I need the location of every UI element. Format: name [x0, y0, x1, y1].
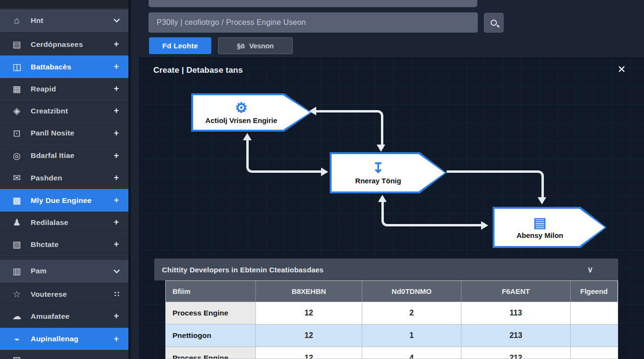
- plus-icon[interactable]: +: [114, 128, 119, 138]
- data-table: Bfiim B8XEHBN Nd0TDNMO F6AENT Flgeend Pr…: [165, 280, 618, 359]
- sidebar-item-creatzibnt[interactable]: ◈ Creatzibnt +: [0, 100, 128, 122]
- glyph-icon: §ö: [237, 42, 245, 50]
- sidebar-item-label: Redilalase: [31, 218, 114, 227]
- pin-icon: ◎: [11, 150, 23, 161]
- sidebar-item-cerdopnasees[interactable]: ▤ Cerdópnasees +: [0, 34, 128, 56]
- sidebar-item-label: Creatzibnt: [31, 107, 114, 115]
- sidebar-top-strip: [0, 0, 128, 8]
- flow-node-actiolj[interactable]: ⚙ Actiolj Vrisen Engirie: [191, 93, 312, 132]
- arrowhead-down-icon: [538, 197, 546, 204]
- plus-icon[interactable]: +: [114, 311, 119, 321]
- cell-name: Process Engine: [166, 347, 256, 359]
- table-row-partial[interactable]: Process Engine 12 4 212: [166, 347, 618, 359]
- flow-node-rneray[interactable]: ↧ Rneray Tönig: [330, 152, 447, 193]
- plus-icon[interactable]: +: [114, 173, 119, 183]
- vesnon-button[interactable]: §ö Vesnon: [218, 37, 293, 54]
- sidebar-item-redilalase[interactable]: ♟ Redilalase +: [0, 212, 128, 234]
- cell-value: 12: [256, 347, 362, 359]
- chevron-down-icon: [114, 16, 120, 22]
- arrowhead-up-icon: [378, 195, 387, 202]
- plus-icon[interactable]: +: [114, 239, 119, 249]
- sidebar-item-label: Reapid: [31, 85, 114, 93]
- sidebar-item-label: Pashden: [31, 174, 114, 182]
- plus-icon[interactable]: +: [114, 84, 119, 94]
- mail-icon: ✉: [11, 172, 23, 183]
- sidebar-item-vouterese[interactable]: ☆ Vouterese ∷: [0, 283, 128, 305]
- search-input[interactable]: P30lly | ceofiotrgo / Process Engine Use…: [149, 12, 478, 33]
- sidebar-item-partial[interactable]: ▨: [0, 353, 128, 359]
- plus-icon[interactable]: +: [114, 39, 119, 49]
- fd-leohte-button[interactable]: Fd Leohte: [149, 37, 211, 54]
- vesnon-button-label: Vesnon: [249, 42, 274, 50]
- modal-title: Create | Detabase tans: [153, 66, 243, 75]
- search-input-value: P30lly | ceofiotrgo / Process Engine Use…: [157, 18, 306, 27]
- sidebar-item-label: Aupinallenag: [31, 335, 114, 343]
- plus-icon[interactable]: +: [114, 151, 119, 161]
- sidebar: ⌂ Hnt ▤ Cerdópnasees + ◫ Battabacès + ▦ …: [0, 0, 131, 359]
- plus-icon[interactable]: +: [114, 195, 119, 205]
- connector-node2-node3-side: [381, 201, 484, 226]
- close-icon[interactable]: ✕: [617, 64, 626, 74]
- sidebar-item-label: Bhctate: [31, 240, 114, 249]
- sidebar-item-battabaces[interactable]: ◫ Battabacès +: [0, 56, 128, 78]
- sidebar-item-amuafatee[interactable]: ☁ Amuafatee +: [0, 305, 128, 327]
- arrowhead-right-icon: [321, 168, 328, 176]
- table-row-highlighted[interactable]: Pnettiogon 12 1 213: [166, 325, 618, 347]
- clipboard-icon: ▤: [11, 39, 23, 50]
- connector-node1-node2-top: [316, 110, 383, 148]
- column-header[interactable]: Flgeend: [571, 281, 618, 302]
- save-icon: ▦: [11, 83, 23, 94]
- cell-value: 113: [461, 302, 571, 325]
- arrowhead-up-icon: [243, 133, 252, 140]
- plus-icon[interactable]: +: [114, 217, 119, 227]
- person-icon: ♟: [11, 217, 23, 228]
- sidebar-item-hnt[interactable]: ⌂ Hnt: [0, 10, 128, 32]
- flow-node-abensy[interactable]: ▤ Abensy Milon: [493, 207, 607, 248]
- fd-leohte-button-label: Fd Leohte: [162, 42, 198, 50]
- search-icon: [491, 20, 497, 26]
- building-icon: ▥: [11, 266, 23, 277]
- arrowhead-left-icon: [309, 107, 316, 115]
- cell-name: Pnettiogon: [166, 325, 256, 347]
- collapse-icon[interactable]: ∨: [587, 265, 593, 275]
- download-icon: ↧: [372, 161, 384, 175]
- column-header[interactable]: B8XEHBN: [256, 281, 362, 302]
- sidebar-item-mly-due-enginee[interactable]: ▩ Mly Due Enginee +: [0, 189, 128, 212]
- plus-icon[interactable]: +: [114, 106, 119, 116]
- cell-name: Process Engine: [166, 302, 256, 325]
- cell-value: 213: [461, 325, 571, 347]
- sidebar-item-label: Cerdópnasees: [31, 40, 114, 49]
- cell-value: 212: [461, 347, 571, 359]
- cell-value: 12: [256, 302, 362, 325]
- plus-icon[interactable]: +: [114, 334, 119, 344]
- plus-icon[interactable]: +: [114, 62, 119, 72]
- sidebar-item-label: Vouterese: [31, 290, 115, 299]
- grid-icon[interactable]: ∷: [115, 290, 119, 299]
- column-header[interactable]: Nd0TDNMO: [362, 281, 461, 302]
- table-row[interactable]: Process Engine 12 2 113: [166, 302, 618, 325]
- sidebar-item-label: Amuafatee: [31, 312, 114, 321]
- table-header-row: Bfiim B8XEHBN Nd0TDNMO F6AENT Flgeend: [166, 281, 618, 302]
- sidebar-item-pashden[interactable]: ✉ Pashden +: [0, 167, 128, 189]
- top-input-partial[interactable]: [149, 0, 477, 7]
- cell-value: 12: [256, 325, 362, 347]
- column-header[interactable]: Bfiim: [166, 281, 256, 302]
- gear-icon: ⚙: [235, 101, 248, 115]
- sidebar-item-aupinallenag[interactable]: ⌁ Aupinallenag +: [0, 328, 128, 350]
- sidebar-item-label: Hnt: [31, 16, 115, 25]
- sidebar-item-bhctate[interactable]: ▨ Bhctate +: [0, 234, 128, 256]
- sidebar-item-reapid[interactable]: ▦ Reapid +: [0, 78, 128, 100]
- column-header[interactable]: F6AENT: [461, 281, 571, 302]
- cell-value: 4: [362, 347, 461, 359]
- book-icon: ◫: [11, 61, 23, 72]
- sidebar-item-bdarfal-itiae[interactable]: ◎ Bdarfal Itiae +: [0, 145, 128, 167]
- search-button[interactable]: [484, 13, 504, 33]
- home-icon: ⌂: [11, 15, 23, 26]
- connector-node2-node3-top: [447, 170, 544, 199]
- sidebar-item-pam[interactable]: ▥ Pam: [0, 260, 128, 282]
- star-icon: ☆: [11, 289, 23, 300]
- sidebar-item-panll-nosite[interactable]: ⊡ Panll Nosite +: [0, 122, 128, 145]
- node-label: Actiolj Vrisen Engirie: [206, 116, 277, 124]
- node-label: Rneray Tönig: [355, 177, 401, 185]
- node-label: Abensy Milon: [517, 231, 564, 239]
